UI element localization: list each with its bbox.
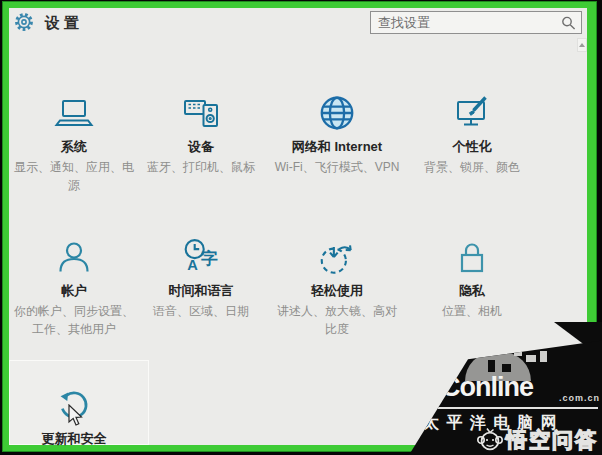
tile-label: 时间和语言 bbox=[136, 283, 266, 299]
monitor-brush-icon bbox=[407, 84, 537, 134]
mouse-cursor bbox=[67, 404, 84, 428]
settings-tile-network[interactable]: 网络和 Internet Wi-Fi、飞行模式、VPN bbox=[257, 84, 417, 176]
settings-tile-ease-of-access[interactable]: 轻松使用 讲述人、放大镜、高对比度 bbox=[273, 228, 401, 338]
search-icon bbox=[560, 16, 578, 30]
ease-of-access-icon bbox=[273, 228, 401, 278]
tile-subtitle: 显示、通知、应用、电源 bbox=[12, 158, 136, 194]
settings-tile-devices[interactable]: 设备 蓝牙、打印机、鼠标 bbox=[136, 84, 266, 176]
titlebar: 设置 bbox=[9, 8, 587, 48]
globe-icon bbox=[257, 84, 417, 134]
tile-subtitle: 语音、区域、日期 bbox=[139, 302, 263, 320]
search-box[interactable] bbox=[370, 11, 582, 34]
tile-subtitle: 蓝牙、打印机、鼠标 bbox=[139, 158, 263, 176]
skyline-block bbox=[502, 364, 511, 372]
gear-icon bbox=[14, 12, 34, 32]
monkey-mascot-icon bbox=[476, 427, 504, 453]
watermark-tld: .com.cn bbox=[559, 393, 600, 403]
settings-tile-personalization[interactable]: 个性化 背景、锁屏、颜色 bbox=[407, 84, 537, 176]
svg-text:字: 字 bbox=[201, 249, 218, 268]
search-input[interactable] bbox=[371, 15, 560, 30]
tile-subtitle: 你的帐户、同步设置、工作、其他用户 bbox=[12, 302, 136, 338]
watermark: PConline .com.cn 太平洋电脑网 悟空问答 bbox=[402, 322, 602, 455]
settings-tile-accounts[interactable]: 帐户 你的帐户、同步设置、工作、其他用户 bbox=[9, 228, 139, 338]
settings-tile-privacy[interactable]: 隐私 位置、相机 bbox=[407, 228, 537, 320]
skyline-block bbox=[488, 360, 495, 372]
tile-subtitle: Wi-Fi、飞行模式、VPN bbox=[262, 158, 412, 176]
settings-tile-system[interactable]: 系统 显示、通知、应用、电源 bbox=[9, 84, 139, 194]
tile-label: 帐户 bbox=[9, 283, 139, 299]
tile-subtitle: 位置、相机 bbox=[410, 302, 534, 320]
tile-label: 隐私 bbox=[407, 283, 537, 299]
devices-icon bbox=[136, 84, 266, 134]
clock-language-icon: A 字 bbox=[136, 228, 266, 278]
tile-subtitle: 背景、锁屏、颜色 bbox=[410, 158, 534, 176]
page-title: 设置 bbox=[45, 14, 83, 33]
lock-icon bbox=[407, 228, 537, 278]
svg-text:A: A bbox=[187, 257, 198, 273]
tile-label: 轻松使用 bbox=[273, 283, 401, 299]
tile-label: 个性化 bbox=[407, 139, 537, 155]
skyline-block bbox=[540, 351, 547, 362]
settings-tile-time-language[interactable]: A 字 时间和语言 语音、区域、日期 bbox=[136, 228, 266, 320]
skyline-block bbox=[526, 355, 536, 362]
person-icon bbox=[9, 228, 139, 278]
watermark-banner: PConline .com.cn 太平洋电脑网 悟空问答 bbox=[402, 322, 602, 455]
skyline-block bbox=[514, 348, 522, 356]
tile-label: 设备 bbox=[136, 139, 266, 155]
scrollbar-up-button[interactable] bbox=[577, 38, 587, 52]
chevron-up-icon bbox=[579, 43, 585, 47]
tile-subtitle: 讲述人、放大镜、高对比度 bbox=[275, 302, 399, 338]
tile-label: 系统 bbox=[9, 139, 139, 155]
screenshot-root: 设置 系统 显示、通 bbox=[0, 0, 602, 455]
watermark-divider bbox=[422, 407, 598, 409]
watermark-brand: PConline bbox=[424, 372, 533, 402]
watermark-badge-row: 悟空问答 bbox=[476, 426, 598, 454]
tile-label: 网络和 Internet bbox=[257, 139, 417, 155]
laptop-icon bbox=[9, 84, 139, 134]
tile-label: 更新和安全 bbox=[9, 431, 139, 447]
watermark-badge: 悟空问答 bbox=[506, 426, 598, 454]
